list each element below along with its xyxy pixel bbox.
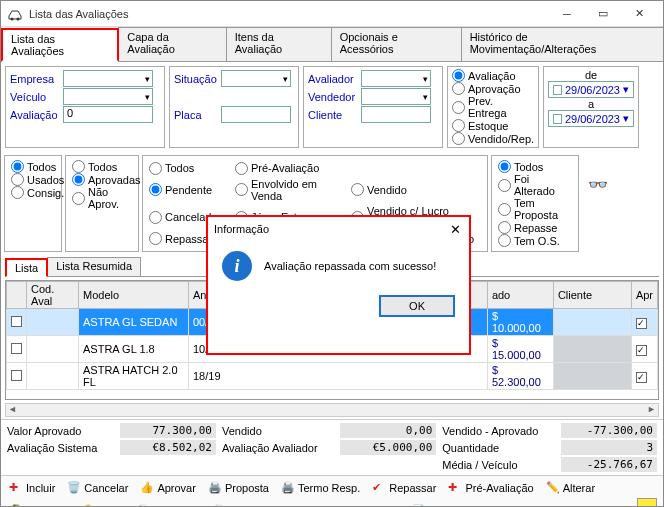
- window-title: Lista das Avaliações: [29, 8, 549, 20]
- g3-pendente[interactable]: [149, 183, 162, 196]
- g4-todos[interactable]: [498, 160, 511, 173]
- btn-pre-aval[interactable]: ✚Pré-Avaliação: [446, 480, 535, 496]
- row-check[interactable]: [11, 370, 22, 381]
- btn-cancelar[interactable]: 🗑️Cancelar: [65, 480, 130, 496]
- horizontal-scrollbar[interactable]: [5, 403, 659, 417]
- tab-capa[interactable]: Capa da Avaliação: [118, 27, 226, 61]
- svg-point-1: [17, 17, 20, 20]
- row-check[interactable]: [11, 343, 22, 354]
- g1-consig[interactable]: [11, 186, 24, 199]
- combo-vendedor[interactable]: [361, 88, 431, 105]
- info-icon: i: [222, 251, 252, 281]
- btn-reativar[interactable]: ♻️Reativar: [7, 498, 69, 507]
- lbl-a: a: [548, 98, 634, 110]
- input-cliente[interactable]: [361, 106, 431, 123]
- titlebar: Lista das Avaliações ─ ▭ ✕: [1, 1, 663, 27]
- main-tabs: Lista das Avaliações Capa da Avaliação I…: [1, 27, 663, 62]
- combo-empresa[interactable]: [63, 70, 153, 87]
- action-toolbar: ✚Incluir 🗑️Cancelar 👍Aprovar 🖨️Proposta …: [1, 475, 663, 507]
- g4-repasse[interactable]: [498, 221, 511, 234]
- radio-avaliacao[interactable]: [452, 69, 465, 82]
- radio-aprovacao[interactable]: [452, 82, 465, 95]
- btn-proposta[interactable]: 🖨️Proposta: [206, 480, 271, 496]
- btn-gerar-arquivo[interactable]: 📄Gerar Arquivo: [410, 498, 499, 507]
- g3-repassados[interactable]: [149, 232, 162, 245]
- lbl-situacao: Situação: [174, 73, 218, 85]
- print-icon: 🖨️: [208, 481, 222, 495]
- g2-aprovadas[interactable]: [72, 173, 85, 186]
- btn-repassar[interactable]: ✔Repassar: [370, 480, 438, 496]
- g3-pre-aval[interactable]: [235, 162, 248, 175]
- app-icon: [7, 6, 23, 22]
- input-placa[interactable]: [221, 106, 291, 123]
- info-dialog: Informação ✕ i Avaliação repassada com s…: [206, 215, 471, 355]
- dialog-title: Informação: [214, 223, 447, 235]
- g3-cancelado[interactable]: [149, 211, 162, 224]
- radio-estoque[interactable]: [452, 119, 465, 132]
- radio-vendido-rep[interactable]: [452, 132, 465, 145]
- dialog-ok-button[interactable]: OK: [379, 295, 455, 317]
- subtab-resumida[interactable]: Lista Resumida: [47, 257, 141, 276]
- totals-panel: Valor Aprovado77.300,00 Vendido0,00 Vend…: [1, 419, 663, 475]
- g2-todos[interactable]: [72, 160, 85, 173]
- combo-avaliador[interactable]: [361, 70, 431, 87]
- g3-vendido[interactable]: [351, 183, 364, 196]
- row-check[interactable]: [11, 316, 22, 327]
- apr-check[interactable]: ✓: [636, 345, 647, 356]
- btn-termo[interactable]: 🖨️Termo Resp.: [279, 480, 362, 496]
- table-row[interactable]: ASTRA HATCH 2.0 FL 18/19 $ 52.300,00 ███…: [7, 363, 658, 390]
- btn-incluir[interactable]: ✚Incluir: [7, 480, 57, 496]
- dialog-message: Avaliação repassada com sucesso!: [264, 260, 436, 272]
- tab-historico[interactable]: Histórico de Movimentação/Alterações: [461, 27, 664, 61]
- lbl-veiculo: Veículo: [10, 91, 60, 103]
- apr-check[interactable]: ✓: [636, 372, 647, 383]
- g2-nao-aprov[interactable]: [72, 192, 85, 205]
- combo-situacao[interactable]: [221, 70, 291, 87]
- note-icon[interactable]: [637, 498, 657, 507]
- btn-alterar[interactable]: ✏️Alterar: [544, 480, 597, 496]
- svg-point-0: [11, 17, 14, 20]
- btn-aprovar[interactable]: 👍Aprovar: [138, 480, 198, 496]
- radio-prev-entrega[interactable]: [452, 101, 465, 114]
- minimize-button[interactable]: ─: [549, 3, 585, 25]
- close-button[interactable]: ✕: [621, 3, 657, 25]
- lbl-vendedor: Vendedor: [308, 91, 358, 103]
- edit-icon: ✏️: [546, 481, 560, 495]
- print-icon: 🖨️: [281, 481, 295, 495]
- tab-itens[interactable]: Itens da Avaliação: [226, 27, 332, 61]
- lbl-avaliador: Avaliador: [308, 73, 358, 85]
- lbl-cliente: Cliente: [308, 109, 358, 121]
- tab-opcionais[interactable]: Opcionais e Acessórios: [331, 27, 462, 61]
- g3-todos[interactable]: [149, 162, 162, 175]
- date-to[interactable]: 29/06/2023▾: [548, 110, 634, 127]
- btn-avaliacao[interactable]: 🖨️Avaliação: [134, 498, 203, 507]
- lbl-placa: Placa: [174, 109, 218, 121]
- tab-lista-avaliacoes[interactable]: Lista das Avaliações: [1, 28, 119, 62]
- lbl-empresa: Empresa: [10, 73, 60, 85]
- g1-usados[interactable]: [11, 173, 24, 186]
- dialog-close-button[interactable]: ✕: [447, 221, 463, 237]
- g4-tem-os[interactable]: [498, 234, 511, 247]
- lbl-avaliacao: Avaliação: [10, 109, 60, 121]
- btn-troco[interactable]: 💰Troco: [77, 498, 126, 507]
- g4-alterado[interactable]: [498, 179, 511, 192]
- g4-proposta[interactable]: [498, 203, 511, 216]
- check-icon: ✔: [372, 481, 386, 495]
- maximize-button[interactable]: ▭: [585, 3, 621, 25]
- g1-todos[interactable]: [11, 160, 24, 173]
- plus-icon: ✚: [448, 481, 462, 495]
- btn-vai-repassar[interactable]: ✔Vai Repassar: [316, 498, 402, 507]
- filter-toolbar: Empresa Veículo Avaliação0 Situação Plac…: [1, 62, 663, 152]
- g3-envolvido[interactable]: [235, 183, 248, 196]
- btn-receber[interactable]: 🖨️Receber Usado: [210, 498, 307, 507]
- subtab-lista[interactable]: Lista: [5, 258, 48, 277]
- combo-veiculo[interactable]: [63, 88, 153, 105]
- trash-icon: 🗑️: [67, 481, 81, 495]
- approve-icon: 👍: [140, 481, 154, 495]
- search-icon[interactable]: 👓: [588, 176, 608, 193]
- input-avaliacao[interactable]: 0: [63, 106, 153, 123]
- apr-check[interactable]: ✓: [636, 318, 647, 329]
- lbl-de: de: [548, 69, 634, 81]
- plus-icon: ✚: [9, 481, 23, 495]
- date-from[interactable]: 29/06/2023▾: [548, 81, 634, 98]
